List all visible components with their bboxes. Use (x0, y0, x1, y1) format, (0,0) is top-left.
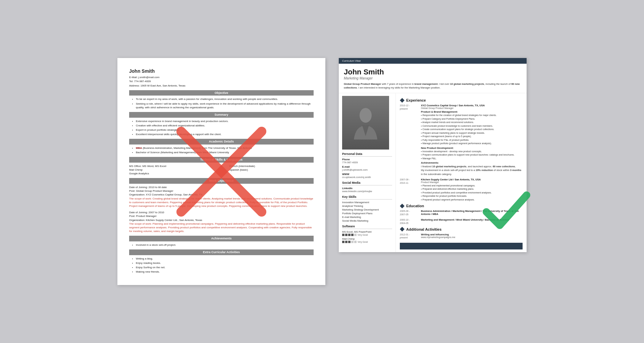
summary-header: Summary (129, 112, 314, 118)
bullet: • Create communication support plans for… (421, 128, 523, 131)
exp-bullets-1: • Responsible for the creation of global… (421, 114, 523, 146)
dot (345, 241, 347, 243)
list-item: Enjoy Surfing on the net. (136, 266, 314, 269)
skills-row: MS Office: MS Word, MS Excel Mail Chimp … (129, 164, 314, 176)
additional-detail: Writing and Influencing (421, 233, 523, 236)
additional-item-1: 2012-01 -present Writing and Influencing… (400, 233, 523, 240)
bullet: • Manage product portfolio (product segm… (421, 142, 523, 146)
skill-item: E-mail Marketing (342, 216, 392, 219)
linkedin-value: www.linkedin.com/johnujtw (342, 190, 392, 193)
edu-item-1: 2005-09 -2007-05 Business Administration… (400, 210, 523, 216)
skill-dots (342, 241, 357, 243)
skill-level: Very Good (358, 234, 368, 236)
www-value: cv.uptowork.com/mj.smith (342, 176, 392, 179)
post-field: Post: Product Manager (129, 214, 314, 218)
exp-role: Global Group Product Manager (421, 107, 523, 109)
achievements-label: Achievements: (421, 161, 523, 164)
phone-label: Phone (342, 158, 392, 161)
skill-item: Innovation Management (342, 201, 392, 204)
dot (345, 234, 347, 236)
social-media-title: Social Media (342, 181, 392, 185)
exp-bullets-2: • Innovation development - develop new p… (421, 150, 523, 161)
extra-list: Writing a blog. Enjoy reading books. Enj… (129, 257, 314, 274)
summary-list: Extensive experience in brand management… (129, 119, 314, 136)
bullet: • Provided product portfolios and compet… (421, 191, 523, 195)
exp-content: XYZ Cosmetics Capital Group / San Antoni… (421, 104, 523, 176)
bullet: • Planned and implemented promotional ca… (421, 184, 523, 188)
list-item: To be an expert in my area of work, with… (136, 97, 314, 101)
skills-col-right: French (intermediate) Spanish (basic) (229, 164, 314, 176)
software-name: MS Excel, MS PowerPoint (342, 230, 392, 233)
bullet: • Communicate product knowledge to custo… (421, 124, 523, 128)
email-value: j.smith@uptowork.com (342, 168, 392, 171)
additional-content: Writing and Influencing www.mymarketingc… (421, 233, 523, 240)
dot (348, 234, 351, 236)
edu-content: Marketing and Management / West Miami Un… (421, 218, 523, 225)
exp-role: Product Manager (421, 181, 523, 183)
achievements-header: Achievements (129, 236, 314, 241)
technical-header: Technical Skills & Languages (129, 157, 314, 163)
language-item: French (intermediate) (229, 164, 314, 168)
www-label: WWW (342, 173, 392, 176)
bullet: • Prepare Category and Portfolio Deploym… (421, 117, 523, 121)
post-field: Post: Global Group Product Manager (129, 189, 314, 193)
list-item: Excellent interpersonal skills quickly d… (136, 132, 314, 136)
edu-content: Business Administration / Marketing Mana… (421, 210, 523, 216)
list-item: Enjoy reading books. (136, 261, 314, 265)
page-container: John Smith E-Mail: j.smith@mail.com Tel:… (104, 45, 540, 299)
skill-bar: Very Good (342, 241, 392, 243)
org-field: Organization: XYZ Cosmetics Capital Grou… (129, 193, 314, 196)
bullet: • Prepare communication plans to support… (421, 153, 523, 157)
skill-item: Google Analytics (129, 172, 213, 175)
skill-item: Portfolio Deployment Plans (342, 212, 392, 215)
bullet: • Innovation development - develop new p… (421, 150, 523, 154)
exp-item-2: 2007-09 -2010-11 Kitchen Supply Center L… (400, 178, 523, 202)
software-name: Mail Chimp (342, 237, 392, 240)
work-item-2: Date of Joining: 2007 to 2010 Post: Prod… (129, 211, 314, 233)
work-header: Work Experience (129, 178, 314, 184)
skill-item: Mail Chimp (129, 168, 213, 172)
skill-item: Marketing Strategy Development (342, 208, 392, 211)
right-column: Experience 2010-12 -present XYZ Cosmetic… (396, 93, 527, 252)
svg-point-2 (360, 108, 372, 123)
right-name: John Smith (344, 68, 522, 76)
main-body: Personal Data Phone 774-987-4009 E-mail … (339, 93, 527, 252)
skill-item: MS Office: MS Word, MS Excel (129, 164, 213, 168)
work-item-1: Date of Joining: 2010 to till date Post:… (129, 185, 314, 208)
bullet: • Project management (teams of up to 5 p… (421, 135, 523, 138)
dot (348, 241, 351, 243)
personal-data-title: Personal Data (342, 152, 392, 157)
exp-item-1: 2010-12 -present XYZ Cosmetics Capital G… (400, 104, 523, 176)
experience-section-title: Experience (400, 98, 523, 103)
dot (351, 234, 354, 236)
scope-field: The scope of work: Creating global brand… (129, 197, 314, 208)
skill-item: Social Media Marketing (342, 219, 392, 222)
software-title: Software (342, 225, 392, 229)
left-resume: John Smith E-Mail: j.smith@mail.com Tel:… (117, 58, 325, 285)
key-skills-title: Key Skills (342, 195, 392, 199)
divider: • (220, 164, 223, 176)
list-item: Expert in product portfolio strategies. (136, 128, 314, 132)
academic-header: Academic Details (129, 139, 314, 145)
left-address: Address: 1905 W East Ave, San Antonio, T… (129, 84, 314, 88)
dot (342, 234, 344, 236)
extra-header: Extra Curricular Activities (129, 249, 314, 255)
right-title: Marketing Manager (344, 76, 522, 80)
exp-content: Kitchen Supply Center Ltd / San Antonio,… (421, 178, 523, 202)
phone-value: 774-987-4009 (342, 161, 392, 164)
skill-dots (342, 234, 357, 236)
exp-company: XYZ Cosmetics Capital Group / San Antoni… (421, 104, 523, 107)
achievement-text: I finalized 10 global marketing projects… (421, 165, 523, 176)
date-field: Date of Joining: 2010 to till date (129, 185, 314, 189)
photo-box (342, 96, 389, 150)
linkedin-label: LinkedIn (342, 187, 392, 190)
language-item: Spanish (basic) (229, 168, 314, 172)
list-item: Seeking a role, where I will be able to … (136, 102, 314, 109)
date-field: Date of Joining: 2007 to 2010 (129, 211, 314, 214)
edu-date: 2005-09 -2007-05 (400, 210, 418, 216)
skill-level: Very Good (358, 241, 368, 243)
bullet: • Prepared and delivered effective marke… (421, 187, 523, 191)
additional-date: 2012-01 -present (400, 233, 418, 240)
left-phone: Tel: 774-987-4009 (129, 79, 314, 83)
org-field: Organization: Kitchen Supply Center Ltd.… (129, 218, 314, 222)
